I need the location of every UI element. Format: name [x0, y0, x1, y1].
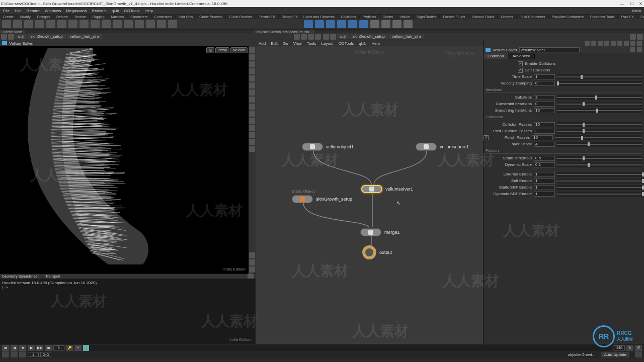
menu-qlib[interactable]: qLib: [112, 9, 119, 13]
shelf-tool-icon[interactable]: [91, 20, 100, 28]
param-tool-icon[interactable]: [637, 41, 642, 46]
path-back-icon[interactable]: [1, 34, 7, 40]
param-field-colpasses[interactable]: [534, 122, 555, 127]
param-field-dynsdf[interactable]: [534, 192, 555, 197]
node-vellumsolver[interactable]: vellumsolver1: [361, 185, 413, 193]
shelf-tab[interactable]: Fluid Containers: [517, 15, 549, 19]
shelf-tool-icon[interactable]: [168, 20, 177, 28]
path-tool-icon[interactable]: [308, 34, 314, 40]
param-field-polish[interactable]: [532, 135, 553, 140]
shelf-tab[interactable]: Modify: [17, 15, 34, 19]
param-field-postcol[interactable]: [534, 129, 555, 134]
param-slider[interactable]: [557, 74, 642, 79]
param-node-name[interactable]: [519, 47, 580, 52]
shelf-tool-icon[interactable]: [2, 20, 11, 28]
param-slider[interactable]: [557, 102, 642, 107]
shelf-tab[interactable]: Pyro FX: [618, 15, 637, 19]
context-tab-left[interactable]: Scene View: [0, 30, 25, 33]
shelf-tab[interactable]: Solid: [637, 15, 644, 19]
viewport-eye-icon[interactable]: ◎: [206, 47, 214, 53]
param-tab-advanced[interactable]: Advanced: [508, 53, 535, 59]
terminal[interactable]: Houdini Version 18.0.499 (Compiled on Ju…: [0, 279, 256, 344]
net-menu-item[interactable]: View: [293, 41, 302, 46]
checkbox-self-collisions[interactable]: [518, 68, 523, 73]
param-slider[interactable]: [557, 156, 642, 161]
shelf-tab[interactable]: Oceans: [498, 15, 516, 19]
vp-tool-icon[interactable]: [249, 259, 255, 265]
path-crumb[interactable]: skinGrowth_setup: [350, 34, 388, 39]
shelf-tab[interactable]: Rigid Bodies: [414, 15, 440, 19]
path-crumb[interactable]: skinGrowth_setup: [28, 34, 66, 39]
shelf-tool-icon[interactable]: [146, 20, 155, 28]
vp-tool-icon[interactable]: [249, 132, 255, 138]
param-slider[interactable]: [557, 142, 642, 147]
node-output[interactable]: output: [362, 245, 392, 259]
timeline-current-frame[interactable]: [53, 345, 64, 350]
param-tool-icon[interactable]: [630, 41, 635, 46]
param-slider[interactable]: [557, 192, 642, 197]
vp-tool-icon[interactable]: [249, 146, 255, 152]
param-tool-icon[interactable]: [598, 41, 603, 46]
shelf-tool-icon[interactable]: [326, 20, 335, 28]
shelf-tool-icon[interactable]: [304, 20, 313, 28]
vp-tool-icon[interactable]: [249, 252, 255, 258]
timeline-track[interactable]: [83, 345, 612, 351]
param-slider[interactable]: [557, 108, 642, 113]
net-menu-item[interactable]: Go: [283, 41, 288, 46]
checkbox-enable-collisions[interactable]: [518, 61, 523, 66]
window-close-button[interactable]: ✕: [638, 2, 643, 6]
param-slider[interactable]: [557, 95, 642, 100]
window-min-button[interactable]: —: [620, 2, 625, 6]
timeline-playhead[interactable]: [83, 345, 89, 351]
viewport-nocam-pill[interactable]: No cam: [230, 47, 248, 53]
vp-tool-icon[interactable]: [249, 139, 255, 145]
param-field-selfenable[interactable]: [534, 178, 555, 184]
vp-tool-icon[interactable]: [249, 61, 255, 67]
shelf-tab[interactable]: Collisions: [338, 15, 360, 19]
menu-edit[interactable]: Edit: [15, 9, 22, 13]
node-vellumobject[interactable]: vellumobject1: [302, 143, 354, 151]
timeline-end-frame[interactable]: [614, 345, 625, 350]
context-tab-right[interactable]: /obj/skinGrowth_setup/vellum_hai...: [254, 30, 316, 33]
shelf-tab[interactable]: Deform: [53, 15, 71, 19]
play-play-button[interactable]: ▶: [28, 345, 35, 351]
path-fwd-icon[interactable]: [330, 34, 336, 40]
param-field-substeps[interactable]: [534, 95, 555, 100]
param-field-timescale[interactable]: [534, 74, 555, 79]
path-crumb[interactable]: vellum_hair_sim: [389, 34, 424, 39]
viewport-camera-menu[interactable]: Persp: [215, 47, 229, 53]
shelf-tool-icon[interactable]: [392, 20, 401, 28]
shelf-tool-icon[interactable]: [315, 20, 324, 28]
checkbox-polish[interactable]: [484, 135, 489, 140]
net-menu-item[interactable]: qLib: [359, 41, 366, 46]
shelf-tab[interactable]: Hair Utils: [176, 15, 196, 19]
path-back-icon[interactable]: [323, 34, 329, 40]
vp-tool-icon[interactable]: [249, 125, 255, 131]
timeline-start[interactable]: [28, 352, 39, 357]
path-crumb-obj[interactable]: obj: [15, 34, 27, 39]
shelf-tab[interactable]: Grains: [379, 15, 396, 19]
net-menu-item[interactable]: Help: [371, 41, 379, 46]
param-tool-icon[interactable]: [617, 41, 622, 46]
play-last-button[interactable]: ⏭: [45, 345, 52, 351]
menu-megascans[interactable]: Megascans: [66, 9, 87, 13]
vp-tool-icon[interactable]: [249, 68, 255, 74]
shelf-tab[interactable]: Terrain FX: [256, 15, 279, 19]
play-first-button[interactable]: ⏮: [2, 345, 9, 351]
desktop-selector[interactable]: Main: [632, 9, 641, 13]
path-crumb[interactable]: vellum_hair_sim: [67, 34, 102, 39]
shelf-tool-icon[interactable]: [46, 20, 55, 28]
net-menu-item[interactable]: ODTools: [339, 41, 354, 46]
param-slider[interactable]: [557, 178, 642, 184]
path-tool-icon[interactable]: [294, 34, 300, 40]
param-slider[interactable]: [557, 185, 642, 190]
gear-icon[interactable]: [630, 47, 635, 52]
param-field-constraintiter[interactable]: [534, 102, 555, 107]
play-stop-button[interactable]: ■: [19, 345, 26, 351]
param-slider[interactable]: [557, 122, 642, 127]
param-field-staticthresh[interactable]: [534, 156, 555, 161]
shelf-tool-icon[interactable]: [124, 20, 133, 28]
viewport-tab-label[interactable]: Vellum Solver: [9, 41, 34, 46]
vp-tool-icon[interactable]: [249, 266, 255, 273]
param-tool-icon[interactable]: [611, 41, 616, 46]
